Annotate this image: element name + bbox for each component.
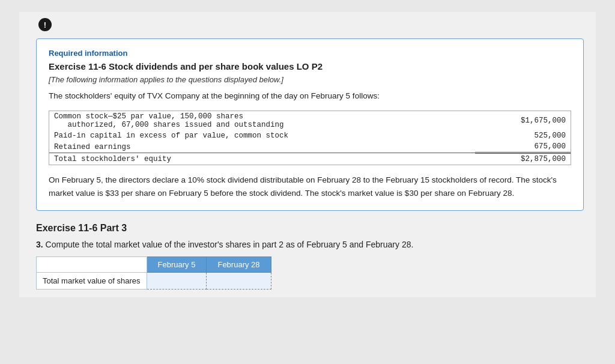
answer-table-wrapper: February 5 February 28 Total market valu…	[36, 256, 271, 290]
financial-table-wrapper: Common stock—$25 par value, 150,000 shar…	[49, 111, 571, 165]
row-label: Retained earnings	[49, 141, 475, 153]
answer-row: Total market value of shares	[37, 273, 271, 290]
info-card: Required information Exercise 11-6 Stock…	[36, 38, 584, 211]
corner-header	[37, 257, 147, 273]
col-header-feb5: February 5	[147, 257, 207, 273]
row-value: 675,000	[475, 141, 571, 153]
on-february-text: On February 5, the directors declare a 1…	[49, 174, 571, 199]
row-label: Total market value of shares	[37, 273, 147, 290]
part3-section: Exercise 11-6 Part 3 3. Compute the tota…	[36, 220, 584, 291]
row-value: 525,000	[475, 130, 571, 141]
table-row: Common stock—$25 par value, 150,000 shar…	[49, 111, 571, 130]
table-row: Paid-in capital in excess of par value, …	[49, 130, 571, 141]
part3-question: 3. Compute the total market value of the…	[36, 240, 584, 249]
row-value: $1,675,000	[475, 111, 571, 130]
description-text: The stockholders' equity of TVX Company …	[49, 90, 571, 102]
answer-table: February 5 February 28 Total market valu…	[36, 256, 271, 290]
total-label: Total stockholders' equity	[49, 153, 475, 165]
row-label: Common stock—$25 par value, 150,000 shar…	[49, 111, 475, 130]
total-row: Total stockholders' equity $2,875,000	[49, 153, 571, 165]
exercise-title: Exercise 11-6 Stock dividends and per sh…	[49, 61, 571, 71]
total-value: $2,875,000	[475, 153, 571, 165]
question-number: 3.	[36, 240, 43, 249]
col-header-feb28: February 28	[207, 257, 271, 273]
italic-note: [The following information applies to th…	[49, 75, 571, 84]
feb28-input[interactable]	[207, 273, 271, 290]
part3-title: Exercise 11-6 Part 3	[36, 223, 584, 234]
row-label: Paid-in capital in excess of par value, …	[49, 130, 475, 141]
feb5-input[interactable]	[147, 273, 207, 290]
page-wrapper: ! Required information Exercise 11-6 Sto…	[19, 12, 596, 297]
table-row: Retained earnings 675,000	[49, 141, 571, 153]
question-text: Compute the total market value of the in…	[46, 240, 414, 249]
alert-icon: !	[38, 18, 52, 31]
required-info-label: Required information	[49, 49, 571, 58]
financial-table: Common stock—$25 par value, 150,000 shar…	[49, 111, 571, 165]
